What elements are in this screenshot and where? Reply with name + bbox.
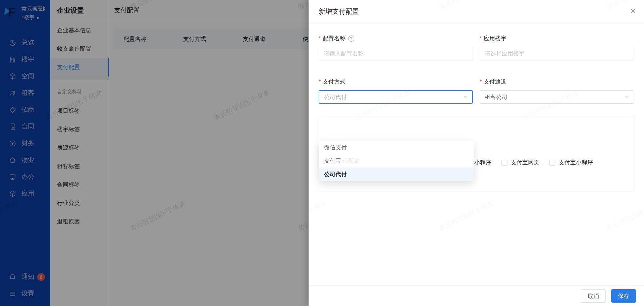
watermark-text: 青云智慧园区于傅涛 [437,199,495,233]
env-checkbox-label: 支付宝小程序 [559,159,593,166]
pay-method-select[interactable]: 公司代付 [319,90,473,104]
chevron-down-icon [624,94,630,100]
drawer-title: 新增支付配置 [319,7,359,16]
watermark-text: 青云智慧园区于傅涛 [309,199,328,233]
building-select-input[interactable] [480,47,634,60]
building-label-row: * 应用楼宇 [480,35,634,42]
pay-method-label-row: * 支付方式 [319,78,473,86]
app-root: F 青云智慧园区 1楼宇 ▶ 总览楼宇空间租客招商合同财务物业办公应用 通知6设… [0,0,644,306]
config-name-label-row: * 配置名称 ? [319,35,473,42]
pay-channel-label-row: * 支付通道 [480,78,634,86]
pay-channel-label: 支付通道 [484,78,506,86]
env-checkbox-label: 支付宝网页 [511,159,539,166]
chevron-down-icon [463,94,468,100]
dropdown-option-0[interactable]: 微信支付 [319,141,474,154]
pay-method-dropdown: 微信支付支付宝付配置公司代付 [319,141,474,181]
required-asterisk: * [319,79,321,85]
checkbox-icon [549,160,555,166]
dropdown-option-label: 公司代付 [324,170,347,178]
required-asterisk: * [480,79,482,85]
checkbox-icon [501,160,507,166]
watermark-text: 青云智慧园区于傅涛 [605,199,644,233]
env-checkbox-5[interactable]: 支付宝小程序 [549,159,593,166]
question-icon[interactable]: ? [348,36,354,42]
required-asterisk: * [480,35,482,42]
save-button[interactable]: 保存 [611,289,636,303]
dropdown-option-label: 支付宝 [324,157,341,165]
close-icon[interactable]: ✕ [630,7,636,14]
env-checkbox-4[interactable]: 支付宝网页 [501,159,539,166]
pay-method-label: 支付方式 [323,78,345,86]
config-name-label: 配置名称 [323,35,345,42]
pay-method-value: 公司代付 [324,93,347,101]
watermark-fragment: 付配置 [342,157,360,165]
pay-channel-select[interactable]: 租客公司 [480,90,634,104]
drawer-body: * 配置名称 ? * 应用楼宇 * [309,35,644,192]
config-name-input[interactable] [319,47,473,60]
cancel-button[interactable]: 取消 [581,289,606,303]
dropdown-option-1[interactable]: 支付宝付配置 [319,154,474,167]
pay-channel-value: 租客公司 [485,93,507,101]
building-label: 应用楼宇 [484,35,506,42]
drawer-header: 新增支付配置 ✕ [309,0,644,23]
dropdown-option-label: 微信支付 [324,144,347,151]
add-payment-config-drawer: 新增支付配置 ✕ * 配置名称 ? * 应用楼宇 [309,0,644,306]
dropdown-option-2[interactable]: 公司代付 [319,167,474,181]
required-asterisk: * [319,35,321,42]
drawer-footer: 取消 保存 [309,286,644,306]
